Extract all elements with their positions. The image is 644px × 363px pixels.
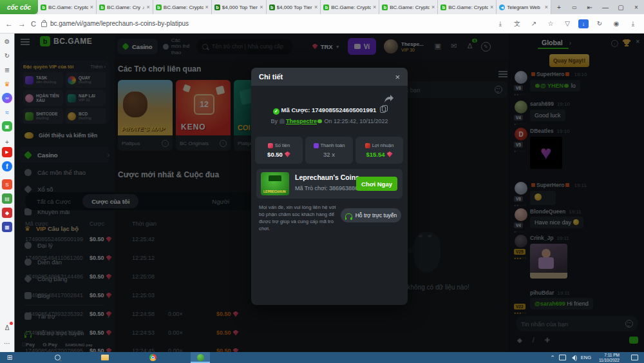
- browser-tab[interactable]: bBC.Game: Crypto×: [438, 0, 497, 14]
- pip-icon[interactable]: ▭: [567, 0, 582, 14]
- url-text[interactable]: bc.game/vi/game/leprechaun-s-coins-by-pl…: [50, 20, 189, 27]
- tab-close-icon[interactable]: ×: [205, 4, 209, 10]
- back-icon[interactable]: ←: [5, 19, 13, 28]
- network-icon[interactable]: [558, 352, 568, 363]
- tab-close-icon[interactable]: ×: [373, 4, 376, 10]
- tab-close-icon[interactable]: ×: [545, 4, 548, 10]
- url-field[interactable]: bc.game/vi/game/leprechaun-s-coins-by-pl…: [41, 20, 489, 27]
- sync-icon[interactable]: ↻: [594, 20, 605, 27]
- crown-icon[interactable]: ♛: [2, 79, 12, 89]
- adblock-shield-icon[interactable]: ▽: [562, 20, 573, 27]
- forward-icon[interactable]: →: [18, 19, 26, 28]
- window-maximize-button[interactable]: ▢: [613, 0, 629, 14]
- audio-icon[interactable]: ♪: [142, 5, 145, 10]
- downloads-tray-icon[interactable]: ⤓: [627, 20, 639, 28]
- messenger-icon[interactable]: ∞: [2, 93, 12, 103]
- bcgame-favicon: b: [323, 5, 329, 10]
- language-indicator[interactable]: ENG: [578, 352, 594, 363]
- payout-card-icon: [314, 143, 319, 148]
- browser-tab[interactable]: b$4,000 Top Tier×: [267, 0, 321, 14]
- reload-icon[interactable]: C: [31, 20, 36, 28]
- browser-tab[interactable]: ◄Telegram Web×: [497, 0, 551, 14]
- youtube-icon[interactable]: ▶: [2, 147, 12, 157]
- modal-header: Chi tiết ×: [251, 68, 408, 86]
- bet-id-value[interactable]: 1749085524605001991: [312, 106, 376, 113]
- volume-icon[interactable]: ): [568, 352, 578, 363]
- file-explorer-icon[interactable]: [95, 352, 115, 363]
- facebook-icon[interactable]: f: [2, 161, 12, 172]
- tab-close-icon[interactable]: ×: [490, 4, 493, 10]
- tab-close-icon[interactable]: ×: [147, 4, 150, 10]
- headset-icon: [345, 213, 352, 218]
- window-close-button[interactable]: ×: [629, 0, 644, 14]
- profile-icon[interactable]: ◉: [611, 20, 622, 27]
- support-note: Mọi vấn đề, xin vui lòng liên hệ với bộ …: [259, 204, 340, 233]
- stat-profit: Lợi nhuận $15.54: [355, 137, 403, 164]
- amount-gem-icon: [268, 143, 273, 148]
- feed-icon[interactable]: ≣: [2, 64, 12, 75]
- live-support-button[interactable]: Hỗ trợ trực tuyến: [341, 208, 401, 222]
- add-icon[interactable]: +: [2, 137, 12, 147]
- browser-tab[interactable]: bBC.Game: Crypto×: [321, 0, 379, 14]
- clock[interactable]: 7:11 PM 11/10/2022: [599, 353, 620, 363]
- history-icon[interactable]: ↻: [2, 50, 12, 61]
- browser-tab[interactable]: bBC.Game: Cry♪×: [97, 0, 153, 14]
- bcgame-favicon: b: [214, 5, 220, 10]
- browser-tab[interactable]: b$4,000 Top Tier×: [212, 0, 267, 14]
- action-center-icon[interactable]: [625, 352, 644, 363]
- play-now-button[interactable]: Chơi Ngay: [356, 177, 397, 191]
- shopee-icon[interactable]: S: [2, 179, 12, 190]
- chrome-icon[interactable]: [143, 352, 162, 363]
- modal-close-icon[interactable]: ×: [395, 72, 400, 82]
- share-icon[interactable]: ↗: [528, 20, 540, 27]
- start-button[interactable]: ⊞: [0, 352, 19, 363]
- chart-icon[interactable]: ≈: [2, 107, 12, 117]
- lock-icon: [41, 22, 47, 27]
- bet-detail-modal: Chi tiết × ✓ Mã Cược: 174908552460500199…: [251, 68, 408, 305]
- bcgame-favicon: b: [440, 5, 446, 10]
- browser-tab[interactable]: bBC.Game: Crypto×: [153, 0, 212, 14]
- stat-payout: Thanh toán 32 x: [305, 137, 353, 164]
- coccoc-edge-sidebar: ⚙ ↻ ≣ ♛ ∞ ≈ ▣ + ▶ f S ▤ ◆ ▦ Δ ⋯: [0, 34, 15, 352]
- sendo-icon[interactable]: ◆: [2, 208, 12, 218]
- browser-tab-bar: cốc cốc bBC.Game: Crypto× bBC.Game: Cry♪…: [0, 0, 644, 14]
- tab-close-icon[interactable]: ×: [90, 4, 93, 10]
- bookmark-star-icon[interactable]: ☆: [545, 20, 556, 27]
- download-button[interactable]: ↓: [578, 19, 589, 28]
- telegram-favicon: ◄: [499, 5, 505, 10]
- tab-close-icon[interactable]: ×: [260, 4, 263, 10]
- save-page-icon[interactable]: ⤓: [495, 20, 506, 28]
- copy-icon[interactable]: [380, 106, 386, 113]
- gem-icon: [387, 152, 393, 157]
- bet-meta-row: By Thespectre On 12:25:42, 10/11/2022: [251, 118, 408, 124]
- verified-check-icon: ✓: [273, 108, 279, 115]
- new-tab-button[interactable]: +: [551, 0, 567, 14]
- back-to-app-icon[interactable]: ⇤: [582, 0, 598, 14]
- game-title: Leprechaun's Coins: [295, 173, 359, 181]
- shop-icon[interactable]: ▤: [2, 193, 12, 204]
- window-minimize-button[interactable]: —: [598, 0, 613, 14]
- bcgame-favicon: b: [156, 5, 162, 10]
- tab-close-icon[interactable]: ×: [314, 4, 317, 10]
- settings-gear-icon[interactable]: ⚙: [2, 36, 12, 46]
- browser-tab[interactable]: bBC.Game: Crypto×: [38, 0, 97, 14]
- translate-icon[interactable]: 文: [511, 19, 523, 28]
- bcgame-favicon: b: [269, 5, 275, 10]
- share-icon[interactable]: [384, 95, 393, 103]
- taskbar-search-icon[interactable]: [48, 352, 67, 363]
- tab-close-icon[interactable]: ×: [431, 4, 435, 10]
- gamepad-icon[interactable]: ▣: [2, 121, 12, 132]
- bet-id-row: ✓ Mã Cược: 1749085524605001991: [251, 106, 408, 115]
- coccoc-taskbar-icon[interactable]: [191, 352, 210, 363]
- game-thumbnail[interactable]: LEPRECHAUN: [261, 172, 289, 195]
- bet-user-link[interactable]: Thespectre: [286, 118, 317, 124]
- app-grid-icon[interactable]: ▦: [2, 222, 12, 232]
- tray-chevron-icon[interactable]: ⌃: [547, 352, 558, 363]
- profit-gem-icon: [365, 143, 370, 148]
- frog-icon: [317, 119, 322, 123]
- notification-bell-icon[interactable]: Δ: [2, 322, 12, 333]
- browser-tab[interactable]: bBC.Game: Crypto×: [379, 0, 438, 14]
- hat-avatar-icon: [279, 119, 285, 124]
- more-icon[interactable]: ⋯: [2, 338, 12, 348]
- coccoc-brand-button[interactable]: cốc cốc: [0, 0, 38, 14]
